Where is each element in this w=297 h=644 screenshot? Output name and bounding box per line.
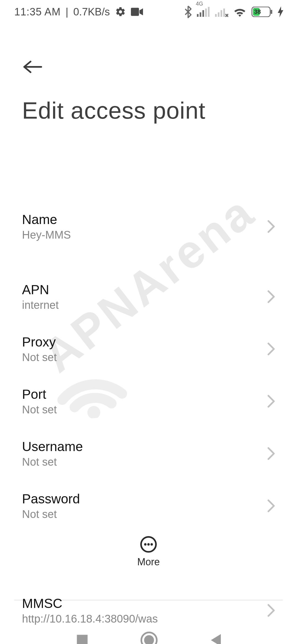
ellipsis-circle-icon bbox=[140, 536, 157, 553]
signal-no-sim-icon bbox=[215, 7, 228, 17]
svg-rect-8 bbox=[218, 12, 219, 17]
nav-recent-button[interactable] bbox=[75, 633, 89, 644]
svg-rect-5 bbox=[205, 9, 207, 17]
video-camera-icon bbox=[131, 8, 143, 16]
row-port-title: Port bbox=[22, 387, 57, 402]
svg-rect-6 bbox=[208, 7, 210, 17]
settings-list: Name Hey-MMS APN internet Proxy Not set … bbox=[0, 206, 297, 644]
nav-bar bbox=[0, 618, 297, 644]
row-password-value: Not set bbox=[22, 508, 80, 520]
svg-point-20 bbox=[144, 635, 154, 644]
wifi-icon bbox=[233, 7, 246, 17]
chevron-right-icon bbox=[267, 395, 275, 408]
row-username-title: Username bbox=[22, 439, 83, 454]
svg-rect-2 bbox=[197, 14, 199, 17]
arrow-left-icon bbox=[23, 60, 42, 74]
svg-rect-18 bbox=[77, 635, 87, 644]
row-proxy-value: Not set bbox=[22, 351, 57, 364]
svg-point-15 bbox=[144, 543, 147, 546]
page-title: Edit access point bbox=[22, 97, 275, 124]
nav-back-button[interactable] bbox=[209, 633, 222, 644]
row-apn[interactable]: APN internet bbox=[22, 271, 275, 323]
row-name-title: Name bbox=[22, 212, 71, 227]
row-name[interactable]: Name Hey-MMS bbox=[22, 206, 275, 252]
chevron-right-icon bbox=[267, 499, 275, 512]
row-port[interactable]: Port Not set bbox=[22, 375, 275, 427]
row-apn-title: APN bbox=[22, 282, 59, 297]
svg-rect-9 bbox=[221, 10, 222, 17]
chevron-right-icon bbox=[267, 447, 275, 460]
row-mmsc-title: MMSC bbox=[22, 596, 158, 611]
status-separator: | bbox=[66, 6, 68, 18]
svg-point-16 bbox=[147, 543, 150, 546]
svg-rect-3 bbox=[200, 12, 201, 17]
svg-point-17 bbox=[150, 543, 153, 546]
chevron-right-icon bbox=[267, 342, 275, 356]
bottom-dock: More bbox=[0, 530, 297, 574]
row-port-value: Not set bbox=[22, 403, 57, 416]
row-name-value: Hey-MMS bbox=[22, 229, 71, 241]
battery-percent: 38 bbox=[254, 8, 261, 15]
svg-rect-10 bbox=[223, 9, 225, 17]
nav-home-button[interactable] bbox=[140, 631, 158, 644]
row-username[interactable]: Username Not set bbox=[22, 427, 275, 480]
more-button[interactable]: More bbox=[137, 536, 160, 568]
chevron-right-icon bbox=[267, 604, 275, 617]
status-bar: 11:35 AM | 0.7KB/s 4G bbox=[0, 0, 297, 24]
row-password-title: Password bbox=[22, 491, 80, 506]
row-username-value: Not set bbox=[22, 456, 83, 468]
svg-rect-12 bbox=[271, 10, 272, 14]
gear-icon bbox=[115, 6, 126, 17]
status-net-rate: 0.7KB/s bbox=[73, 6, 110, 18]
svg-rect-7 bbox=[215, 14, 217, 17]
charging-bolt-icon bbox=[278, 6, 283, 17]
svg-rect-4 bbox=[202, 10, 204, 17]
more-button-label: More bbox=[137, 556, 160, 568]
row-password[interactable]: Password Not set bbox=[22, 480, 275, 532]
battery-icon: 38 bbox=[251, 7, 273, 17]
row-proxy-title: Proxy bbox=[22, 334, 57, 350]
svg-rect-1 bbox=[131, 8, 139, 16]
row-proxy[interactable]: Proxy Not set bbox=[22, 323, 275, 375]
chevron-right-icon bbox=[267, 290, 275, 303]
status-time: 11:35 AM bbox=[14, 6, 61, 18]
signal-4g-icon: 4G bbox=[197, 7, 210, 17]
bluetooth-icon bbox=[184, 6, 192, 18]
header: Edit access point bbox=[0, 56, 297, 124]
back-button[interactable] bbox=[22, 56, 43, 78]
signal-4g-label: 4G bbox=[196, 1, 203, 7]
row-apn-value: internet bbox=[22, 299, 59, 311]
chevron-right-icon bbox=[267, 220, 275, 233]
